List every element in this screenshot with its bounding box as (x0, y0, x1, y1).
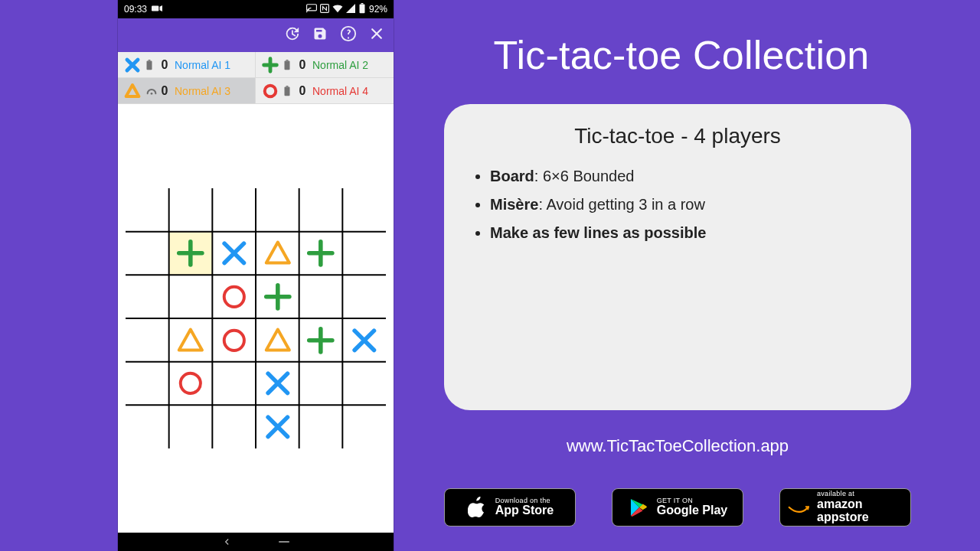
android-nav-bar (118, 533, 394, 551)
svg-rect-5 (147, 60, 152, 70)
player-name: Normal AI 2 (312, 59, 368, 71)
board-cell[interactable] (169, 232, 213, 276)
thinking-icon (145, 86, 155, 96)
nfc-icon (320, 4, 329, 15)
board-cell[interactable] (299, 188, 343, 232)
info-card: Tic-tac-toe - 4 players Board: 6×6 Bound… (444, 104, 911, 410)
board-cell[interactable] (126, 405, 169, 448)
history-icon[interactable] (283, 25, 300, 45)
board-cell[interactable] (126, 188, 169, 232)
board-cell[interactable] (256, 188, 299, 232)
google-play-icon (628, 497, 649, 518)
player-name: Normal AI 4 (312, 85, 368, 97)
player-cell-3[interactable]: 0Normal AI 3 (118, 78, 256, 104)
status-battery: 92% (369, 4, 387, 15)
card-bullets: Board: 6×6 BoundedMisère: Avoid getting … (470, 162, 885, 247)
website-url: www.TicTacToeCollection.app (444, 436, 911, 456)
board-cell[interactable] (212, 318, 256, 362)
board-cell[interactable] (212, 188, 256, 232)
player-score: 0 (159, 58, 170, 72)
player-name: Normal AI 1 (175, 59, 230, 71)
board-cell[interactable] (212, 405, 256, 448)
board-cell[interactable] (212, 275, 256, 318)
board-cell[interactable] (256, 362, 299, 406)
board-cell[interactable] (342, 362, 386, 406)
svg-point-25 (181, 373, 201, 393)
svg-point-9 (151, 93, 153, 95)
card-bullet: Board: 6×6 Bounded (490, 162, 885, 191)
help-icon[interactable] (340, 25, 357, 45)
svg-rect-6 (149, 60, 151, 60)
svg-rect-3 (359, 4, 364, 13)
board-cell[interactable] (256, 232, 299, 276)
phone-frame: 09:33 (118, 0, 394, 551)
player-score: 0 (297, 58, 308, 72)
page-title: Tic-tac-toe Collection (444, 32, 919, 78)
board-cell[interactable] (126, 318, 169, 362)
card-bullet: Make as few lines as possible (490, 219, 885, 247)
player-scores: 0Normal AI 10Normal AI 20Normal AI 30Nor… (118, 52, 394, 104)
board-cell[interactable] (299, 275, 343, 318)
battery-icon (283, 60, 292, 70)
svg-rect-8 (286, 60, 289, 60)
card-heading: Tic-tac-toe - 4 players (470, 124, 885, 148)
board-cell[interactable] (342, 188, 386, 232)
board-cell[interactable] (342, 275, 386, 318)
board-cell[interactable] (126, 362, 169, 406)
svg-rect-0 (152, 6, 158, 11)
signal-icon (346, 4, 355, 15)
board-cell[interactable] (169, 405, 213, 448)
amazon-appstore-badge[interactable]: available atamazon appstore (779, 488, 911, 527)
board-cell[interactable] (342, 405, 386, 448)
board-cell[interactable] (169, 275, 213, 318)
board-cell[interactable] (169, 188, 213, 232)
video-icon (152, 4, 162, 15)
board-cell[interactable] (169, 318, 213, 362)
player-symbol (262, 83, 279, 99)
player-cell-4[interactable]: 0Normal AI 4 (256, 78, 394, 104)
svg-point-23 (224, 287, 244, 307)
board-cell[interactable] (299, 405, 343, 448)
google-play-badge[interactable]: GET IT ONGoogle Play (612, 488, 743, 527)
player-cell-2[interactable]: 0Normal AI 2 (256, 52, 394, 78)
board-cell[interactable] (299, 362, 343, 406)
board-cell[interactable] (256, 318, 299, 362)
battery-icon (358, 3, 366, 16)
board-cell[interactable] (212, 362, 256, 406)
app-store-badge[interactable]: Download on theApp Store (444, 488, 576, 527)
status-time: 09:33 (124, 4, 147, 15)
board-cell[interactable] (169, 362, 213, 406)
status-bar: 09:33 (118, 0, 394, 18)
svg-rect-12 (286, 86, 289, 86)
card-bullet: Misère: Avoid getting 3 in a row (490, 191, 885, 219)
board-cell[interactable] (299, 318, 343, 362)
board-cell[interactable] (342, 318, 386, 362)
svg-rect-7 (285, 60, 290, 70)
cast-icon (306, 4, 317, 15)
board-cell[interactable] (212, 232, 256, 276)
wifi-icon (332, 4, 343, 15)
nav-back-icon[interactable] (222, 536, 233, 547)
player-symbol (124, 83, 141, 99)
svg-point-24 (224, 330, 244, 350)
svg-rect-4 (361, 3, 364, 4)
board-cell[interactable] (256, 275, 299, 318)
game-board[interactable] (126, 188, 386, 448)
board-cell[interactable] (299, 232, 343, 276)
board-cell[interactable] (342, 232, 386, 276)
player-score: 0 (297, 84, 308, 98)
player-symbol (124, 57, 141, 73)
board-cell[interactable] (126, 275, 169, 318)
nav-home-icon[interactable] (279, 536, 289, 547)
store-badges: Download on theApp Store GET IT ONGoogle… (444, 488, 911, 527)
svg-point-10 (265, 85, 276, 96)
board-cell[interactable] (126, 232, 169, 276)
player-cell-1[interactable]: 0Normal AI 1 (118, 52, 256, 78)
app-bar (118, 18, 394, 52)
battery-icon (283, 86, 292, 96)
board-cell[interactable] (256, 405, 299, 448)
close-icon[interactable] (369, 26, 384, 44)
svg-rect-11 (285, 86, 290, 96)
player-name: Normal AI 3 (175, 85, 230, 97)
save-icon[interactable] (312, 26, 328, 44)
